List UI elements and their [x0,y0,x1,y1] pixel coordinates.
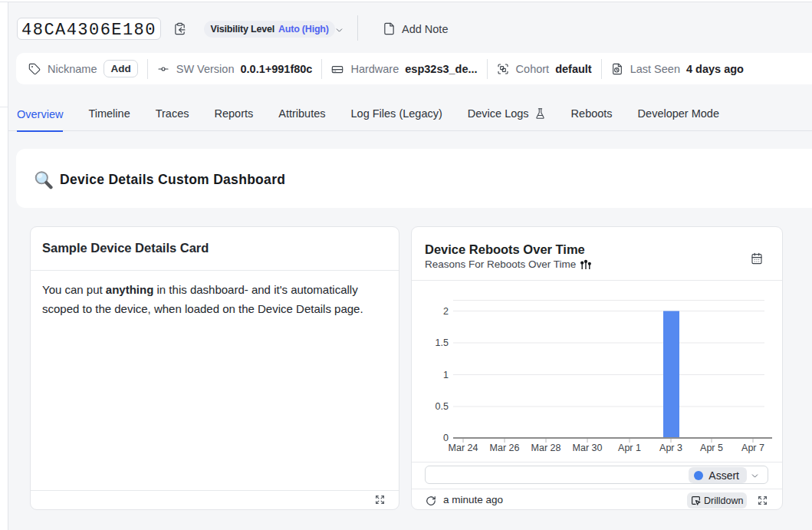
svg-text:Mar 28: Mar 28 [531,443,561,453]
svg-text:Apr 7: Apr 7 [741,443,764,453]
svg-text:2: 2 [443,306,449,317]
svg-text:Mar 24: Mar 24 [449,443,478,453]
svg-text:1.5: 1.5 [436,337,449,348]
svg-text:Apr 5: Apr 5 [700,443,723,453]
svg-text:1: 1 [443,370,449,380]
svg-text:Apr 1: Apr 1 [618,443,641,453]
svg-text:Apr 3: Apr 3 [659,443,682,453]
svg-text:Mar 30: Mar 30 [573,443,603,453]
svg-text:0: 0 [443,433,449,443]
svg-text:Mar 26: Mar 26 [490,443,520,453]
svg-text:0.5: 0.5 [436,401,449,412]
